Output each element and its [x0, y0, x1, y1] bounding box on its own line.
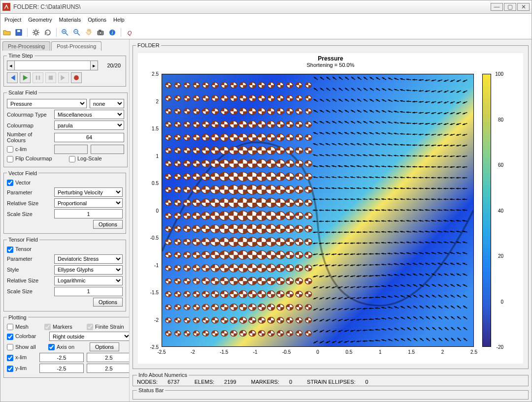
xlim-min-input[interactable] — [39, 353, 84, 362]
gear-icon[interactable] — [32, 28, 40, 37]
timestep-slider[interactable] — [15, 61, 90, 70]
timestep-legend: Time Step — [7, 53, 34, 59]
colorbar-tick: 60 — [498, 162, 503, 168]
flip-colourmap-checkbox[interactable] — [7, 156, 13, 162]
ylim-min-input[interactable] — [39, 364, 84, 373]
window-titlebar: FOLDER: C:\Data\RUNS\ — ▢ ✕ — [0, 0, 532, 14]
xlim-checkbox[interactable] — [7, 355, 13, 361]
tensor-field-group: Tensor Field Tensor ParameterDeviatoric … — [3, 237, 126, 311]
open-icon[interactable] — [2, 28, 11, 37]
timestep-prev-button[interactable]: ◂ — [7, 61, 15, 70]
record-button[interactable] — [71, 72, 82, 83]
quit-icon[interactable]: Q — [125, 28, 134, 37]
zoom-in-icon[interactable] — [61, 28, 69, 37]
tensor-enable-checkbox[interactable] — [7, 247, 13, 253]
svg-point-28 — [74, 75, 79, 80]
play-button[interactable] — [20, 72, 31, 83]
svg-rect-26 — [38, 76, 40, 80]
menu-geometry[interactable]: Geometry — [28, 17, 52, 23]
info-bar: Info About Numerics NODES:6737 ELEMS:219… — [133, 372, 529, 386]
xtick: 2 — [441, 349, 444, 355]
plot-canvas[interactable]: Pressure Shortening = 50.0% -2.5-2-1.5-1… — [138, 53, 523, 364]
ylim-checkbox[interactable] — [7, 366, 13, 372]
svg-rect-25 — [36, 76, 37, 80]
info-strain: 0 — [366, 379, 368, 385]
tensor-scale-input[interactable] — [54, 287, 123, 296]
colorbar-checkbox[interactable] — [7, 334, 13, 340]
ytick: 0.5 — [144, 181, 159, 186]
pan-icon[interactable] — [84, 28, 93, 37]
zoom-out-icon[interactable] — [72, 28, 81, 37]
save-icon[interactable] — [14, 28, 23, 37]
colorbar-tick: 0 — [500, 299, 503, 304]
plot-subtitle: Shortening = 50.0% — [138, 62, 523, 68]
clim-min-input[interactable] — [54, 145, 88, 154]
ytick: 2.5 — [144, 71, 159, 77]
svg-point-20 — [100, 31, 102, 34]
ytick: 0 — [144, 208, 159, 213]
maximize-button[interactable]: ▢ — [504, 3, 516, 11]
svg-line-8 — [33, 30, 34, 31]
goto-start-button[interactable] — [7, 72, 18, 83]
plotting-options-button[interactable]: Options — [90, 342, 119, 351]
tensor-options-button[interactable]: Options — [93, 298, 123, 307]
xtick: -0.5 — [282, 349, 291, 355]
log-scale-checkbox[interactable] — [69, 156, 75, 162]
close-button[interactable]: ✕ — [517, 3, 530, 11]
clim-checkbox[interactable] — [7, 146, 13, 153]
camera-icon[interactable] — [96, 28, 105, 37]
menu-options[interactable]: Options — [88, 17, 106, 23]
vector-options-button[interactable]: Options — [93, 220, 123, 229]
ytick: -1 — [144, 262, 159, 268]
info-nodes: 6737 — [167, 379, 179, 385]
tab-pre-processing[interactable]: Pre-Processing — [2, 41, 50, 51]
menu-help[interactable]: Help — [113, 17, 125, 23]
menu-project[interactable]: Project — [4, 17, 21, 23]
colorbar-tick: 80 — [498, 117, 503, 122]
scalar-secondary-select[interactable]: none — [90, 99, 124, 108]
ytick: 2 — [144, 98, 159, 104]
ytick: 1 — [144, 153, 159, 158]
colourmap-select[interactable]: parula — [54, 121, 124, 130]
vector-relsize-select[interactable]: Proportional — [54, 198, 123, 208]
window-title: FOLDER: C:\Data\RUNS\ — [13, 3, 490, 10]
ytick: -2.5 — [144, 344, 159, 350]
vector-scale-input[interactable] — [54, 209, 123, 218]
scalar-field-select[interactable]: Pressure — [7, 99, 87, 108]
colourmap-type-select[interactable]: Miscellaneous — [54, 110, 124, 119]
minimize-button[interactable]: — — [491, 3, 503, 11]
tensor-style-select[interactable]: Ellypse Glyphs — [54, 265, 123, 275]
app-icon — [2, 3, 10, 11]
ytick: -2 — [144, 317, 159, 322]
pause-button[interactable] — [33, 72, 43, 83]
colorbar-pos-select[interactable]: Right outside — [49, 332, 130, 341]
num-colours-input[interactable] — [54, 133, 124, 142]
vector-enable-checkbox[interactable] — [7, 180, 13, 186]
xlim-max-input[interactable] — [87, 353, 130, 362]
clim-max-input[interactable] — [91, 145, 124, 154]
tensor-relsize-select[interactable]: Logarithmic — [54, 276, 123, 285]
colorbar-tick: 100 — [495, 71, 503, 77]
menu-materials[interactable]: Materials — [59, 17, 81, 23]
goto-end-button[interactable] — [58, 72, 69, 83]
tab-post-processing[interactable]: Post-Processing — [51, 41, 101, 51]
status-bar: Status Bar — [133, 387, 529, 400]
mesh-checkbox[interactable] — [7, 324, 13, 330]
info-markers: 0 — [289, 379, 292, 385]
timestep-next-button[interactable]: ▸ — [90, 61, 98, 70]
stop-button[interactable] — [45, 72, 56, 83]
vector-param-select[interactable]: Perturbing Velocity — [54, 187, 123, 197]
svg-text:Q: Q — [128, 30, 132, 36]
info-icon[interactable]: i — [108, 28, 117, 37]
tensor-param-select[interactable]: Deviatoric Stress — [54, 254, 123, 264]
finite-strain-checkbox — [87, 324, 93, 330]
colorbar-tick: 40 — [498, 208, 503, 213]
refresh-icon[interactable] — [43, 28, 52, 37]
xtick: -1 — [253, 349, 258, 355]
axis-on-checkbox[interactable] — [48, 344, 55, 350]
showall-checkbox[interactable] — [7, 344, 13, 350]
plot-panel: FOLDER Pressure Shortening = 50.0% -2.5-… — [130, 39, 532, 402]
ylim-max-input[interactable] — [87, 364, 130, 373]
vector-field-group: Vector Field Vector ParameterPerturbing … — [3, 170, 126, 234]
plot-title: Pressure — [138, 55, 523, 62]
